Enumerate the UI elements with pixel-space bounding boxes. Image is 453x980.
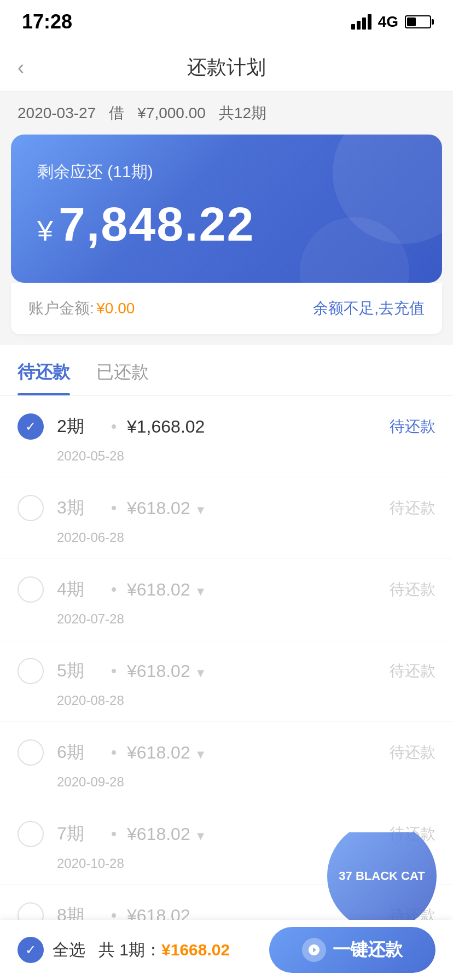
pay-button[interactable]: 一键还款	[269, 927, 435, 973]
period-checkbox[interactable]	[18, 576, 44, 603]
payment-date: 2020-09-28	[18, 772, 435, 803]
period-amount: ¥618.02▼	[127, 580, 390, 600]
account-balance: ¥0.00	[96, 300, 135, 317]
period-checkbox[interactable]: ✓	[18, 413, 44, 440]
payment-date: 2020-08-28	[18, 691, 435, 721]
signal-icon	[351, 14, 371, 30]
back-button[interactable]: ‹	[18, 56, 24, 79]
payment-date: 2020-07-28	[18, 609, 435, 640]
balance-card: 剩余应还 (11期) ¥7,848.22	[11, 135, 442, 283]
period-status: 待还款	[390, 498, 435, 518]
dot-separator	[112, 424, 116, 429]
amount-info-icon: ▼	[195, 503, 207, 517]
select-all-label[interactable]: 全选	[53, 939, 85, 961]
card-currency: ¥	[37, 215, 54, 247]
battery-icon	[405, 15, 431, 28]
tabs-container: 待还款 已还款	[0, 345, 453, 396]
dot-separator	[112, 587, 116, 592]
recharge-link[interactable]: 余额不足,去充值	[313, 298, 425, 319]
period-checkbox[interactable]	[18, 658, 44, 684]
period-amount: ¥618.02▼	[127, 498, 390, 518]
dot-separator	[112, 832, 116, 836]
period-status: 待还款	[390, 416, 435, 437]
card-amount-value: 7,848.22	[59, 197, 255, 251]
period-amount: ¥618.02▼	[127, 661, 390, 681]
period-status: 待还款	[390, 742, 435, 763]
network-label: 4G	[378, 13, 398, 31]
period-status: 待还款	[390, 579, 435, 600]
amount-info-icon: ▼	[195, 585, 207, 598]
payment-date: 2020-05-28	[18, 446, 435, 477]
page-title: 还款计划	[187, 54, 266, 81]
dot-separator	[112, 750, 116, 755]
loan-info-bar: 2020-03-27 借 ¥7,000.00 共12期	[0, 92, 453, 135]
bottom-bar: ✓ 全选 共 1期：¥1668.02 一键还款	[0, 920, 453, 980]
bottom-period-info: 共 1期：¥1668.02	[98, 939, 269, 961]
period-amount: ¥618.02▼	[127, 743, 390, 763]
dot-separator	[112, 669, 116, 673]
pay-button-icon	[302, 938, 326, 962]
period-label: 5期	[57, 659, 101, 683]
nav-bar: ‹ 还款计划	[0, 44, 453, 92]
status-icons: 4G	[351, 13, 431, 31]
payment-item[interactable]: 4期¥618.02▼待还款2020-07-28	[0, 559, 453, 640]
watermark-circle: 37 BLACK CAT	[327, 832, 437, 920]
dot-separator	[112, 913, 116, 918]
tab-pending[interactable]: 待还款	[18, 345, 70, 395]
period-label: 7期	[57, 822, 101, 846]
dot-separator	[112, 506, 116, 510]
period-label: 2期	[57, 415, 101, 439]
payment-item[interactable]: 5期¥618.02▼待还款2020-08-28	[0, 640, 453, 722]
period-checkbox[interactable]	[18, 495, 44, 521]
amount-info-icon: ▼	[195, 748, 207, 761]
account-balance-section: 账户金额: ¥0.00	[28, 298, 135, 319]
loan-amount: ¥7,000.00	[137, 104, 206, 122]
amount-info-icon: ▼	[195, 829, 207, 843]
period-amount: ¥1,668.02	[127, 417, 390, 437]
account-row: 账户金额: ¥0.00 余额不足,去充值	[11, 283, 442, 334]
account-label: 账户金额:	[28, 300, 94, 317]
payment-item[interactable]: ✓2期¥1,668.02待还款2020-05-28	[0, 396, 453, 477]
watermark-text: 37 BLACK CAT	[339, 869, 425, 883]
payment-item[interactable]: 6期¥618.02▼待还款2020-09-28	[0, 722, 453, 803]
amount-info-icon: ▼	[195, 666, 207, 680]
status-bar: 17:28 4G	[0, 0, 453, 44]
watermark-area: 37 BLACK CAT	[311, 832, 453, 920]
pay-button-label: 一键还款	[333, 938, 403, 962]
select-all-checkbox[interactable]: ✓	[18, 937, 44, 963]
payment-item[interactable]: 3期¥618.02▼待还款2020-06-28	[0, 477, 453, 559]
period-label: 4期	[57, 578, 101, 602]
checkmark-icon: ✓	[25, 419, 36, 434]
card-subtitle: 剩余应还 (11期)	[37, 161, 416, 183]
payment-date: 2020-06-28	[18, 528, 435, 558]
loan-borrow-label: 借	[109, 103, 124, 124]
loan-date: 2020-03-27	[18, 104, 96, 122]
period-checkbox[interactable]	[18, 739, 44, 766]
period-label: 3期	[57, 496, 101, 520]
status-time: 17:28	[22, 10, 72, 33]
loan-total-periods: 共12期	[219, 103, 266, 124]
period-checkbox[interactable]	[18, 821, 44, 847]
period-label: 6期	[57, 740, 101, 765]
period-status: 待还款	[390, 661, 435, 681]
card-amount: ¥7,848.22	[37, 196, 416, 252]
tab-paid[interactable]: 已还款	[96, 345, 149, 395]
checkmark-icon: ✓	[25, 942, 36, 958]
